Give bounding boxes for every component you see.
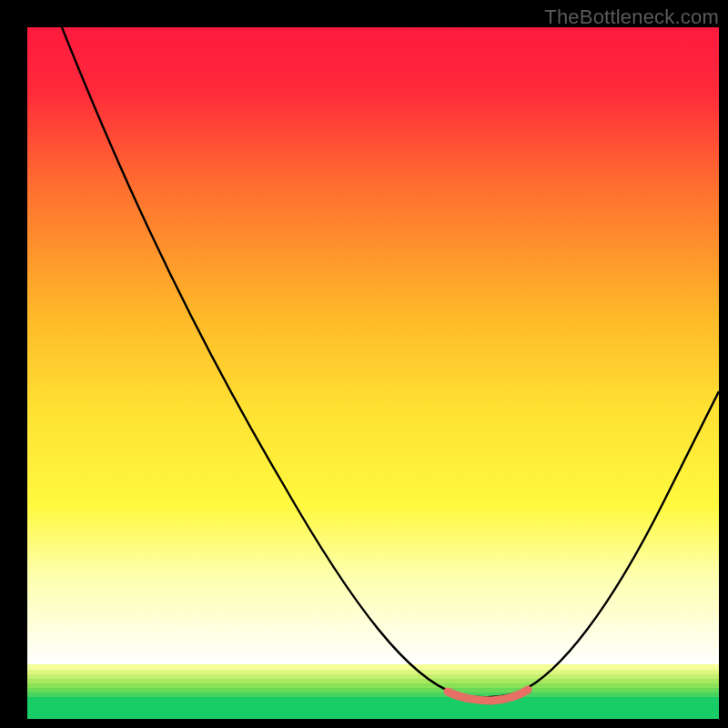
- svg-rect-5: [27, 688, 719, 693]
- svg-rect-1: [27, 670, 719, 674]
- watermark-text: TheBottleneck.com: [544, 5, 719, 29]
- chart-svg: [27, 27, 719, 719]
- chart-container: TheBottleneck.com: [0, 0, 728, 728]
- svg-rect-2: [27, 674, 719, 679]
- bottom-band: [27, 664, 719, 719]
- svg-rect-0: [27, 664, 719, 670]
- svg-rect-6: [27, 693, 719, 697]
- svg-rect-4: [27, 683, 719, 688]
- gradient-background: [27, 27, 719, 664]
- svg-rect-3: [27, 679, 719, 683]
- plot-area: [27, 27, 719, 719]
- svg-rect-7: [27, 697, 719, 719]
